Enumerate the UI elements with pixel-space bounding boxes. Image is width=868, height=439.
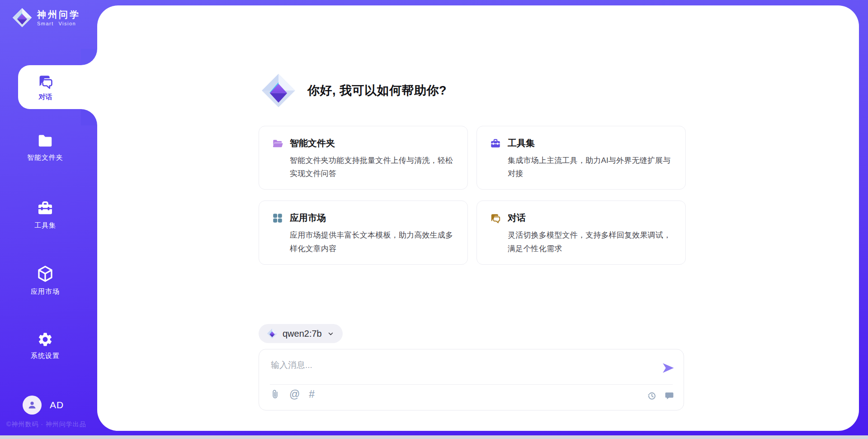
- sidebar-item-toolset[interactable]: 工具集: [0, 199, 90, 230]
- active-tab-scoop-top: [81, 49, 97, 65]
- cube-icon: [36, 264, 55, 283]
- brand-logo: 神州问学 Smart Vision: [12, 7, 80, 28]
- new-chat-button[interactable]: [664, 391, 675, 401]
- assistant-diamond-icon: [260, 72, 297, 109]
- toolbox-icon: [490, 138, 501, 149]
- card-title: 对话: [508, 212, 526, 224]
- card-chat[interactable]: 对话 灵活切换多模型文件，支持多样回复效果调试，满足个性化需求: [476, 200, 686, 264]
- card-smart-folder[interactable]: 智能文件夹 智能文件夹功能支持批量文件上传与清洗，轻松实现文件问答: [259, 126, 468, 190]
- active-tab-scoop-bottom: [81, 109, 97, 125]
- card-title: 工具集: [508, 137, 535, 149]
- sidebar-item-label: 应用市场: [31, 287, 60, 296]
- folder-icon: [37, 132, 54, 149]
- gear-icon: [37, 331, 53, 348]
- card-app-market[interactable]: 应用市场 应用市场提供丰富长文本模板，助力高效生成多样化文章内容: [259, 200, 468, 264]
- composer-divider: [270, 384, 673, 385]
- greeting-text: 你好, 我可以如何帮助你?: [307, 82, 447, 99]
- toolbox-icon: [36, 199, 54, 217]
- history-icon: [646, 391, 657, 401]
- brand-diamond-icon: [12, 7, 33, 28]
- model-selector[interactable]: qwen2:7b: [259, 324, 343, 343]
- folder-open-icon: [272, 138, 283, 149]
- card-description: 集成市场上主流工具，助力AI与外界无缝扩展与对接: [508, 154, 673, 180]
- sidebar-item-settings[interactable]: 系统设置: [0, 331, 90, 360]
- attach-file-button[interactable]: [270, 389, 280, 400]
- user-account[interactable]: AD: [23, 396, 64, 415]
- card-description: 应用市场提供丰富长文本模板，助力高效生成多样化文章内容: [290, 229, 455, 255]
- paperclip-icon: [270, 389, 280, 400]
- sidebar-item-chat[interactable]: 对话: [18, 65, 98, 109]
- sidebar-item-label: 系统设置: [31, 352, 60, 360]
- at-icon: @: [289, 389, 300, 400]
- avatar: [23, 396, 42, 415]
- sidebar-item-label: 智能文件夹: [27, 153, 63, 162]
- card-description: 灵活切换多模型文件，支持多样回复效果调试，满足个性化需求: [508, 229, 673, 255]
- user-name: AD: [50, 400, 64, 410]
- feature-cards: 智能文件夹 智能文件夹功能支持批量文件上传与清洗，轻松实现文件问答 工具集 集成…: [259, 126, 686, 265]
- brand-name: 神州问学: [37, 10, 80, 20]
- card-title: 应用市场: [290, 212, 326, 224]
- mention-button[interactable]: @: [289, 389, 300, 400]
- hash-icon: #: [309, 389, 315, 400]
- sidebar-footer-text: ©神州数码 · 神州问学出品: [6, 420, 86, 429]
- greeting-block: 你好, 我可以如何帮助你?: [260, 72, 447, 109]
- window-bottom-edge: [0, 435, 868, 439]
- brand-subtitle: Smart Vision: [37, 21, 80, 26]
- message-composer: @ #: [259, 349, 684, 410]
- person-icon: [27, 400, 38, 410]
- topic-button[interactable]: #: [309, 389, 315, 400]
- send-icon: [661, 361, 675, 375]
- chat-bubble-icon: [664, 391, 675, 401]
- history-button[interactable]: [646, 391, 657, 401]
- sidebar-item-label: 工具集: [34, 221, 56, 230]
- message-input[interactable]: [271, 358, 642, 373]
- sidebar-item-app-market[interactable]: 应用市场: [0, 264, 90, 296]
- chat-icon: [490, 212, 501, 224]
- card-title: 智能文件夹: [290, 137, 335, 149]
- card-toolset[interactable]: 工具集 集成市场上主流工具，助力AI与外界无缝扩展与对接: [476, 126, 686, 190]
- chevron-down-icon: [327, 330, 335, 338]
- chat-icon: [37, 73, 54, 90]
- card-description: 智能文件夹功能支持批量文件上传与清洗，轻松实现文件问答: [290, 154, 455, 180]
- model-name: qwen2:7b: [283, 329, 322, 339]
- send-button[interactable]: [661, 361, 675, 376]
- model-diamond-icon: [267, 328, 278, 339]
- app-grid-icon: [272, 212, 283, 224]
- sidebar-item-label: 对话: [39, 93, 52, 101]
- sidebar-item-smart-folder[interactable]: 智能文件夹: [0, 132, 90, 162]
